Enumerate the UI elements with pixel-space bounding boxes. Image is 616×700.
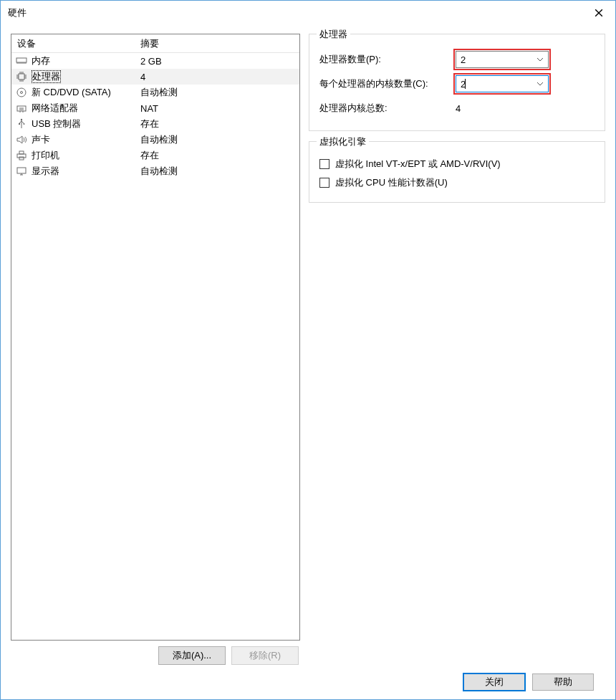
device-buttons: 添加(A)... 移除(R) — [11, 646, 300, 665]
device-name: USB 控制器 — [32, 118, 81, 130]
total-cores-label: 处理器内核总数: — [319, 102, 456, 115]
svg-rect-0 — [16, 58, 27, 62]
device-name: 网络适配器 — [32, 102, 78, 115]
device-name: 新 CD/DVD (SATA) — [32, 86, 111, 99]
device-row-processor[interactable]: 处理器 4 — [11, 69, 299, 85]
chevron-down-icon — [536, 82, 544, 86]
hardware-dialog: 硬件 设备 摘要 内存 2 GB — [0, 0, 616, 700]
device-row-display[interactable]: 显示器 自动检测 — [11, 163, 299, 179]
svg-rect-6 — [19, 123, 20, 125]
device-name: 处理器 — [32, 70, 61, 83]
dialog-footer: 关闭 帮助 — [11, 665, 605, 699]
svg-rect-9 — [19, 151, 24, 154]
device-row-printer[interactable]: 打印机 存在 — [11, 148, 299, 163]
processor-group: 处理器 处理器数量(P): 2 每个处理器的内核数量(C): 2 — [309, 34, 605, 131]
titlebar: 硬件 — [1, 1, 615, 25]
num-processors-label: 处理器数量(P): — [319, 53, 456, 66]
add-button[interactable]: 添加(A)... — [158, 646, 226, 665]
device-summary: 存在 — [138, 149, 299, 162]
device-summary: 存在 — [138, 118, 299, 130]
network-icon — [16, 102, 27, 114]
device-row-memory[interactable]: 内存 2 GB — [11, 53, 299, 69]
virtualization-group: 虚拟化引擎 虚拟化 Intel VT-x/EPT 或 AMD-V/RVI(V) … — [309, 141, 605, 203]
printer-icon — [16, 150, 27, 161]
device-row-network[interactable]: 网络适配器 NAT — [11, 100, 299, 116]
device-summary: 自动检测 — [138, 86, 299, 99]
perfcounters-label: 虚拟化 CPU 性能计数器(U) — [335, 176, 448, 189]
perfcounters-row[interactable]: 虚拟化 CPU 性能计数器(U) — [319, 173, 595, 192]
text-cursor — [465, 79, 466, 89]
cpu-icon — [16, 71, 27, 82]
total-cores-row: 处理器内核总数: 4 — [319, 96, 595, 120]
total-cores-value: 4 — [456, 103, 499, 114]
device-summary: 自动检测 — [138, 133, 299, 146]
help-button[interactable]: 帮助 — [532, 673, 594, 691]
svg-rect-1 — [19, 74, 24, 80]
checkbox-icon[interactable] — [319, 178, 329, 188]
header-summary[interactable]: 摘要 — [138, 37, 299, 50]
window-title: 硬件 — [8, 6, 27, 19]
device-name: 内存 — [32, 54, 50, 67]
svg-point-3 — [21, 92, 23, 94]
device-row-usb[interactable]: USB 控制器 存在 — [11, 116, 299, 132]
right-column: 处理器 处理器数量(P): 2 每个处理器的内核数量(C): 2 — [309, 34, 605, 665]
memory-icon — [16, 55, 27, 67]
device-row-sound[interactable]: 声卡 自动检测 — [11, 132, 299, 148]
device-summary: 4 — [138, 72, 299, 82]
virtualization-legend: 虚拟化引擎 — [317, 135, 369, 148]
num-processors-select[interactable]: 2 — [456, 51, 549, 68]
vtx-label: 虚拟化 Intel VT-x/EPT 或 AMD-V/RVI(V) — [335, 158, 501, 171]
num-processors-row: 处理器数量(P): 2 — [319, 47, 595, 72]
remove-button: 移除(R) — [231, 646, 299, 665]
vtx-row[interactable]: 虚拟化 Intel VT-x/EPT 或 AMD-V/RVI(V) — [319, 155, 595, 173]
svg-point-2 — [17, 88, 26, 97]
device-row-cddvd[interactable]: 新 CD/DVD (SATA) 自动检测 — [11, 85, 299, 100]
disc-icon — [16, 87, 27, 98]
usb-icon — [16, 118, 27, 130]
svg-rect-11 — [17, 168, 26, 173]
cores-per-label: 每个处理器的内核数量(C): — [319, 77, 456, 90]
checkbox-icon[interactable] — [319, 159, 329, 169]
device-list-header: 设备 摘要 — [11, 34, 299, 53]
header-device[interactable]: 设备 — [11, 37, 138, 50]
device-name: 打印机 — [32, 149, 59, 162]
dialog-body: 设备 摘要 内存 2 GB 处理器 — [1, 25, 615, 699]
cores-per-select[interactable]: 2 — [456, 75, 549, 92]
device-summary: 自动检测 — [138, 165, 299, 178]
close-button[interactable]: 关闭 — [463, 673, 525, 691]
left-column: 设备 摘要 内存 2 GB 处理器 — [11, 34, 300, 665]
device-name: 声卡 — [32, 133, 50, 146]
device-name: 显示器 — [32, 165, 59, 178]
device-summary: 2 GB — [138, 56, 299, 67]
device-summary: NAT — [138, 103, 299, 114]
cores-per-row: 每个处理器的内核数量(C): 2 — [319, 72, 595, 96]
num-processors-value: 2 — [461, 54, 466, 65]
display-icon — [16, 166, 27, 177]
processor-legend: 处理器 — [317, 28, 350, 41]
svg-point-7 — [24, 123, 25, 125]
close-icon[interactable] — [582, 1, 615, 25]
sound-icon — [16, 134, 27, 145]
chevron-down-icon — [536, 57, 544, 62]
svg-point-5 — [21, 119, 22, 120]
device-list[interactable]: 设备 摘要 内存 2 GB 处理器 — [11, 34, 300, 641]
